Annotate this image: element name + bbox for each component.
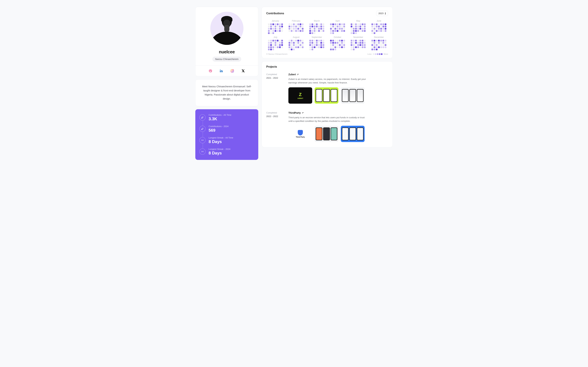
contribution-cell bbox=[289, 40, 290, 42]
contribution-cell bbox=[360, 46, 361, 48]
instagram-icon[interactable] bbox=[230, 69, 234, 73]
contribution-cell bbox=[330, 40, 332, 42]
contribution-cell bbox=[295, 26, 297, 27]
external-link-icon: ↗ bbox=[302, 112, 303, 114]
svg-point-5 bbox=[233, 70, 233, 70]
contribution-cell bbox=[268, 40, 270, 42]
month-label: September bbox=[308, 36, 326, 38]
contribution-cell bbox=[297, 49, 299, 50]
contribution-cell bbox=[362, 26, 363, 27]
contribution-cell bbox=[341, 32, 343, 34]
contribution-cell bbox=[302, 44, 303, 46]
chevron-updown-icon: ▴▾ bbox=[385, 12, 386, 15]
stat-row: Longest Streak - 20248 Days bbox=[199, 148, 254, 155]
projects-card: Projects Completed2021 - 2022Zuberi↗Zube… bbox=[262, 61, 393, 147]
month-label: November bbox=[349, 36, 367, 38]
contribution-cell bbox=[309, 49, 311, 50]
contribution-cell bbox=[351, 28, 352, 30]
project-thumbnail[interactable] bbox=[315, 126, 338, 142]
contribution-cell bbox=[272, 42, 274, 44]
profile-card: nuelcee Nwosu Chinaecherem bbox=[195, 7, 258, 76]
contribution-cell bbox=[341, 28, 343, 30]
stat-row: Contributions - All Time3.3K bbox=[199, 114, 254, 121]
contribution-cell bbox=[360, 30, 361, 32]
contribution-cell bbox=[364, 24, 366, 25]
contribution-cell bbox=[343, 26, 345, 27]
contribution-cell bbox=[362, 49, 363, 50]
contribution-cell bbox=[376, 44, 378, 46]
contribution-cell bbox=[279, 28, 281, 30]
contribution-cell bbox=[372, 32, 373, 34]
x-icon[interactable] bbox=[241, 69, 245, 73]
contribution-cell bbox=[385, 44, 386, 46]
contribution-cell bbox=[355, 44, 357, 46]
contribution-cell bbox=[330, 30, 332, 32]
contribution-cell bbox=[277, 26, 278, 27]
contribution-cell bbox=[314, 30, 315, 32]
contribution-cell bbox=[277, 46, 278, 48]
contribution-cell bbox=[272, 40, 274, 42]
contribution-cell bbox=[295, 44, 297, 46]
contribution-cell bbox=[372, 46, 373, 48]
dribbble-icon[interactable] bbox=[208, 69, 212, 73]
contribution-cell bbox=[281, 32, 283, 34]
project-thumbnail[interactable] bbox=[341, 87, 365, 104]
contribution-cell bbox=[376, 26, 378, 27]
year-selector[interactable]: 2023 ▴▾ bbox=[376, 11, 388, 16]
contribution-cell bbox=[364, 49, 366, 50]
contribution-cell bbox=[272, 46, 274, 48]
project-thumbnails: Zzuberi bbox=[288, 87, 388, 104]
contribution-cell bbox=[323, 28, 324, 30]
contribution-cell bbox=[372, 42, 373, 44]
contribution-cell bbox=[316, 42, 318, 44]
month-block: July bbox=[266, 36, 285, 50]
contribution-cell bbox=[360, 40, 361, 42]
contribution-cell bbox=[385, 26, 386, 27]
contribution-cell bbox=[275, 49, 276, 50]
project-link[interactable]: Zuberi↗ bbox=[288, 73, 388, 76]
contribution-cell bbox=[311, 44, 313, 46]
contribution-cell bbox=[270, 26, 272, 27]
contribution-cell bbox=[357, 49, 359, 50]
contribution-cell bbox=[277, 40, 278, 42]
contribution-cell bbox=[335, 30, 336, 32]
contribution-cell bbox=[279, 49, 281, 50]
contribution-cell bbox=[380, 30, 382, 32]
projects-title: Projects bbox=[266, 65, 388, 68]
contribution-cell bbox=[357, 40, 359, 42]
month-block: October bbox=[328, 36, 347, 50]
svg-point-4 bbox=[232, 70, 233, 71]
contribution-cell bbox=[380, 28, 382, 30]
contribution-cell bbox=[378, 24, 380, 25]
contribution-cell bbox=[268, 42, 270, 44]
project-thumbnail[interactable]: Zzuberi bbox=[288, 87, 312, 104]
contribution-cell bbox=[335, 46, 336, 48]
project-thumbnail[interactable] bbox=[341, 126, 365, 142]
contribution-cell bbox=[372, 24, 373, 25]
contribution-cell bbox=[343, 44, 345, 46]
bio-text: Meet Nwosu Chinaecherem Emmanuel: Self-t… bbox=[202, 85, 251, 100]
contribution-cell bbox=[343, 32, 345, 34]
contribution-cell bbox=[272, 49, 274, 50]
project-thumbnail[interactable] bbox=[315, 87, 338, 104]
contribution-cell bbox=[309, 24, 311, 25]
contribution-cell bbox=[318, 49, 320, 50]
contribution-cell bbox=[279, 40, 281, 42]
contribution-cell bbox=[291, 28, 293, 30]
contribution-cell bbox=[297, 26, 299, 27]
contribution-cell bbox=[316, 46, 318, 48]
contribution-cell bbox=[314, 28, 315, 30]
project-link[interactable]: ThirdParty↗ bbox=[288, 111, 388, 114]
contribution-cell bbox=[378, 40, 380, 42]
contributions-legend: Less More bbox=[367, 53, 388, 55]
contribution-cell bbox=[314, 24, 315, 25]
project-title: ThirdParty bbox=[288, 111, 301, 114]
contribution-cell bbox=[353, 28, 355, 30]
linkedin-icon[interactable] bbox=[219, 69, 223, 73]
contribution-cell bbox=[300, 32, 301, 34]
contribution-cell bbox=[330, 28, 332, 30]
contribution-cell bbox=[351, 46, 352, 48]
contribution-cell bbox=[318, 40, 320, 42]
project-thumbnail[interactable]: Third Party bbox=[288, 126, 312, 142]
contribution-cell bbox=[355, 49, 357, 50]
